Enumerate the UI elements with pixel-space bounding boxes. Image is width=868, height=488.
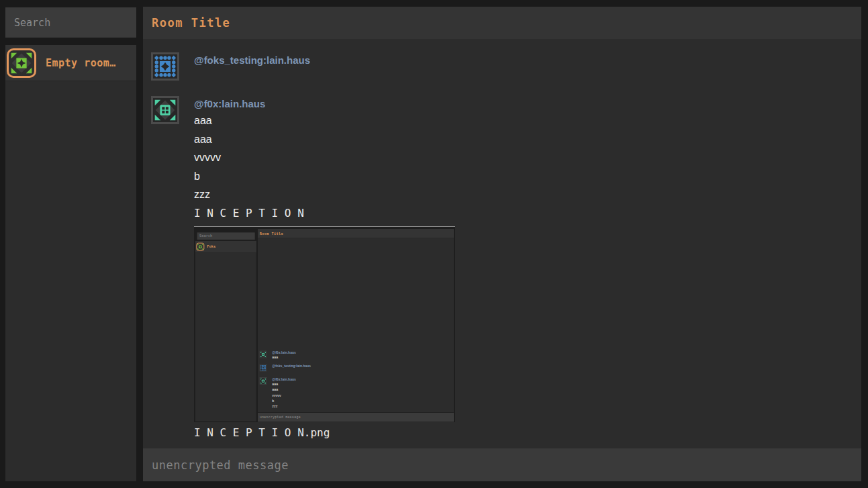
embedded-room-avatar-green-identicon-icon: [196, 242, 204, 250]
image-attachment[interactable]: Search Foks Room Title: [194, 226, 455, 422]
message-line: aaa: [194, 111, 861, 130]
main-panel: Room Title @foks_testing:lain.haus @f0x:…: [143, 7, 861, 481]
attachment-filename[interactable]: I N C E P T I O N.png: [194, 424, 861, 442]
embedded-room-list: Foks: [195, 241, 256, 422]
search-input[interactable]: [5, 7, 136, 38]
message-body: aaa aaa vvvvv b zzz I N C E P T I O N: [194, 111, 861, 222]
embedded-message: @f0x:lain.haus aaa aaa vvvvv b zzz: [260, 377, 296, 409]
embedded-room-list-item: Foks: [195, 241, 256, 252]
user-avatar-blue-identicon-icon[interactable]: [151, 52, 179, 81]
embedded-screenshot: Search Foks Room Title: [194, 228, 455, 422]
embedded-user-avatar-blue-identicon-icon: [260, 364, 267, 372]
embedded-message-line: vvvvv: [272, 393, 295, 398]
embedded-room-title: Room Title: [260, 231, 283, 235]
room-list-item-empty-room[interactable]: Empty room…: [5, 45, 136, 81]
user-avatar-teal-identicon-icon[interactable]: [151, 96, 179, 124]
message-line: zzz: [194, 185, 861, 204]
embedded-message-line: b: [272, 398, 295, 403]
room-header: Room Title: [143, 7, 861, 39]
message-line: vvvvv: [194, 148, 861, 167]
message-line: b: [194, 167, 861, 186]
embedded-room-name: Foks: [207, 244, 215, 248]
message-sender[interactable]: @foks_testing:lain.haus: [194, 52, 861, 66]
room-title: Room Title: [152, 16, 230, 30]
embedded-message-line: aaa: [272, 354, 295, 360]
embedded-timeline: @f0x:lain.haus aaa @foks_testing:lain.ha…: [258, 238, 454, 412]
embedded-user-avatar-teal-identicon-icon: [260, 351, 267, 358]
chat-app-window: { "header": { "title": "Room Title" }, "…: [0, 0, 868, 488]
embedded-message: @foks_testing:lain.haus: [260, 364, 311, 369]
composer-input[interactable]: [143, 448, 861, 481]
composer-bar: [143, 448, 861, 481]
embedded-message: @f0x:lain.haus aaa: [260, 351, 296, 360]
room-avatar-green-identicon-icon: [7, 48, 36, 78]
embedded-room-header: Room Title: [258, 229, 454, 238]
embedded-message-line: zzz: [272, 403, 295, 409]
embedded-user-avatar-teal-identicon-icon: [260, 377, 267, 385]
message-timeline: @foks_testing:lain.haus @f0x:lain.haus a…: [143, 39, 861, 448]
message-line: aaa: [194, 130, 861, 149]
message: @foks_testing:lain.haus: [143, 52, 861, 85]
embedded-message-sender: @foks_testing:lain.haus: [272, 364, 311, 369]
embedded-composer-input: unencrypted message: [258, 413, 454, 422]
room-list: Empty room…: [5, 45, 136, 481]
embedded-message-line: aaa: [272, 387, 295, 392]
message: @f0x:lain.haus aaa aaa vvvvv b zzz I N C…: [143, 96, 861, 442]
message-sender[interactable]: @f0x:lain.haus: [194, 96, 861, 109]
sidebar: Empty room…: [5, 7, 136, 481]
embedded-search-input: Search: [197, 232, 255, 240]
embedded-message-line: aaa: [272, 381, 295, 387]
message-line: I N C E P T I O N: [194, 204, 861, 223]
room-name: Empty room…: [46, 57, 116, 69]
